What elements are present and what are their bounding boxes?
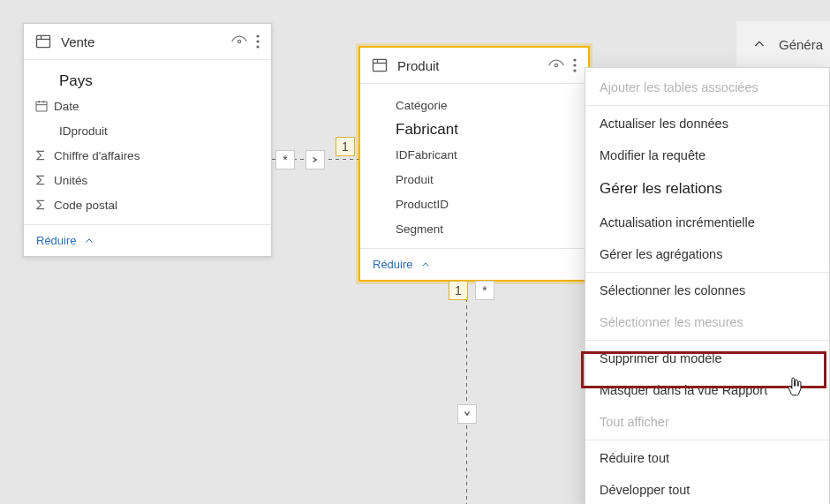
field-row[interactable]: Segment xyxy=(360,216,588,241)
table-title: Vente xyxy=(52,34,227,49)
visibility-icon[interactable] xyxy=(544,56,569,74)
field-row[interactable]: Unités xyxy=(24,168,271,192)
field-row[interactable]: IDproduit xyxy=(24,118,271,143)
chevron-up-icon xyxy=(420,260,431,270)
field-row[interactable]: IDFabricant xyxy=(360,142,588,167)
more-options-icon[interactable] xyxy=(569,56,581,74)
menu-show-all: Tout afficher xyxy=(585,406,829,438)
separator xyxy=(585,105,829,106)
field-row[interactable]: Code postal xyxy=(24,192,271,217)
field-name: Chiffre d'affaires xyxy=(54,149,259,162)
menu-edit-query[interactable]: Modifier la requête xyxy=(585,139,829,171)
filter-direction-icon xyxy=(457,404,477,424)
field-row[interactable]: ProductID xyxy=(360,192,588,216)
svg-marker-19 xyxy=(464,412,471,417)
svg-marker-18 xyxy=(313,157,318,163)
relationship-line[interactable] xyxy=(466,291,467,504)
field-name: Segment xyxy=(396,222,576,236)
filter-direction-icon xyxy=(306,150,325,169)
collapse-label: Réduire xyxy=(373,258,413,271)
cardinality-one: 1 xyxy=(449,281,468,300)
context-menu: Ajouter les tables associées Actualiser … xyxy=(585,67,830,504)
field-row[interactable]: Chiffre d'affaires xyxy=(24,143,271,168)
table-title: Produit xyxy=(389,58,544,73)
menu-manage-aggregations[interactable]: Gérer les agrégations xyxy=(585,238,829,270)
menu-refresh-data[interactable]: Actualiser les données xyxy=(585,108,829,139)
menu-manage-relationships[interactable]: Gérer les relations xyxy=(585,171,829,207)
svg-point-16 xyxy=(573,64,576,66)
field-row[interactable]: Pays xyxy=(24,69,271,94)
sigma-icon xyxy=(34,149,54,162)
field-row[interactable]: Date xyxy=(24,94,271,118)
svg-rect-11 xyxy=(374,59,387,71)
menu-select-measures: Sélectionner les mesures xyxy=(585,306,829,338)
separator xyxy=(585,340,829,341)
field-name: Produit xyxy=(396,173,576,186)
table-header-vente[interactable]: Vente xyxy=(24,24,271,60)
separator xyxy=(585,440,829,440)
field-name: Fabricant xyxy=(396,121,576,139)
table-icon xyxy=(34,33,52,50)
cardinality-many: * xyxy=(275,150,295,169)
field-name: IDFabricant xyxy=(396,148,576,162)
sigma-icon xyxy=(34,199,54,211)
field-name: IDproduit xyxy=(59,124,259,138)
field-name: Unités xyxy=(54,174,259,187)
cardinality-one: 1 xyxy=(336,137,355,156)
field-name: Date xyxy=(54,100,259,113)
properties-panel-header[interactable]: Généra xyxy=(736,21,830,67)
sigma-icon xyxy=(34,174,54,186)
svg-point-14 xyxy=(555,64,557,66)
field-name: Catégorie xyxy=(396,99,576,112)
menu-select-columns[interactable]: Sélectionner les colonnes xyxy=(585,275,829,306)
menu-expand-all[interactable]: Développer tout xyxy=(585,474,829,504)
menu-delete-from-model[interactable]: Supprimer du modèle xyxy=(585,342,829,374)
calendar-icon xyxy=(34,99,54,113)
field-name: Code postal xyxy=(54,199,259,212)
menu-add-related-tables: Ajouter les tables associées xyxy=(585,71,829,103)
model-canvas[interactable]: Vente Pays Date IDproduit xyxy=(0,0,830,504)
table-card-vente[interactable]: Vente Pays Date IDproduit xyxy=(23,23,272,257)
menu-incremental-refresh[interactable]: Actualisation incrémentielle xyxy=(585,207,829,238)
table-icon xyxy=(371,56,389,74)
svg-point-5 xyxy=(256,40,259,42)
cardinality-many: * xyxy=(475,281,494,300)
svg-point-4 xyxy=(256,34,259,37)
field-name: Pays xyxy=(59,72,259,90)
svg-point-15 xyxy=(573,58,576,61)
table-body-vente: Pays Date IDproduit Chiffre d'affaires xyxy=(24,60,271,224)
svg-rect-7 xyxy=(36,102,47,111)
table-body-produit: Catégorie Fabricant IDFabricant Produit … xyxy=(360,84,588,248)
menu-collapse-all[interactable]: Réduire tout xyxy=(585,442,829,474)
field-row[interactable]: Catégorie xyxy=(360,93,588,117)
table-header-produit[interactable]: Produit xyxy=(360,48,588,84)
svg-point-3 xyxy=(238,40,240,42)
svg-point-17 xyxy=(573,69,576,71)
field-name: ProductID xyxy=(396,198,576,211)
menu-hide-in-report-view[interactable]: Masquer dans la vue Rapport xyxy=(585,374,829,406)
collapse-toggle[interactable]: Réduire xyxy=(24,224,271,256)
collapse-toggle[interactable]: Réduire xyxy=(360,248,588,280)
collapse-label: Réduire xyxy=(36,234,77,247)
more-options-icon[interactable] xyxy=(252,33,264,50)
svg-rect-0 xyxy=(37,35,50,47)
visibility-icon[interactable] xyxy=(227,33,252,50)
field-row[interactable]: Produit xyxy=(360,167,588,192)
chevron-up-icon xyxy=(752,37,766,51)
field-row[interactable]: Fabricant xyxy=(360,117,588,142)
panel-title: Généra xyxy=(779,37,823,52)
separator xyxy=(585,272,829,273)
svg-point-6 xyxy=(256,45,259,48)
table-card-produit[interactable]: Produit Catégorie Fabricant IDFabricant … xyxy=(358,46,590,282)
chevron-up-icon xyxy=(84,236,94,246)
